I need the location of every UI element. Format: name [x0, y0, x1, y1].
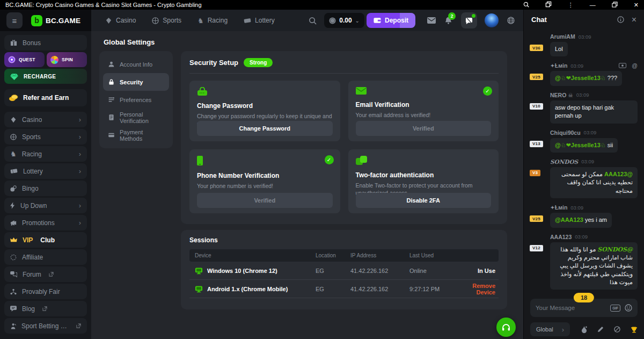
window-title: BC.GAME: Crypto Casino Games & Casino Sl…	[5, 2, 202, 8]
chat-timestamp: 03:09	[576, 92, 589, 98]
chevron-right-icon	[79, 167, 81, 175]
sidebar-item-sports[interactable]: Sports	[4, 129, 87, 145]
chat-bubble: @SONDOS مو انا والله هذا شاب اماراتي محت…	[550, 242, 638, 290]
user-avatar[interactable]	[485, 13, 499, 27]
external-link-icon	[76, 323, 81, 328]
hamburger-menu-icon[interactable]	[6, 12, 23, 28]
rain-drop-icon[interactable]	[581, 326, 587, 333]
close-button[interactable]: ✕	[634, 2, 639, 8]
change-password-button[interactable]: Change Password	[197, 121, 333, 136]
email-verification-card: Email Verification Your email address is…	[348, 81, 499, 141]
remove-device-link[interactable]: Remove Device	[466, 283, 499, 295]
deposit-button[interactable]: Deposit	[367, 13, 415, 28]
chat-timestamp: 03:09	[575, 234, 588, 240]
disable-2fa-button[interactable]: Disable 2FA	[356, 193, 492, 208]
tab-security[interactable]: Security	[103, 73, 169, 91]
headphones-icon	[502, 323, 510, 331]
chat-message: V13 Chiqui90cu03:09 @♘❤Jesselle13♘ sii	[530, 129, 638, 153]
recharge-button[interactable]: RECHARGE	[4, 69, 87, 84]
coin-flip-icon[interactable]	[614, 326, 620, 333]
external-link-icon	[49, 272, 54, 277]
sidebar-item-forum[interactable]: Forum	[4, 266, 87, 282]
emoji-icon[interactable]	[625, 304, 632, 312]
card-title: Email Verification	[356, 101, 492, 109]
wallet-icon	[374, 17, 381, 24]
nav-lottery[interactable]: Lottery	[244, 17, 275, 24]
session-location: EG	[316, 286, 350, 292]
info-icon[interactable]	[617, 16, 624, 23]
sidebar-item-casino[interactable]: Casino	[4, 112, 87, 127]
trophy-icon[interactable]	[631, 326, 638, 333]
chat-bubble: @♘❤Jesselle13♘ sii	[550, 138, 618, 153]
settings-nav: Account Info Security Preferences Person…	[99, 51, 173, 148]
sidebar-item-vip-club[interactable]: VIPClub	[4, 232, 87, 248]
session-last-used: 9:27:12 PM	[409, 286, 466, 292]
chat-username[interactable]: SONDOS	[550, 158, 578, 165]
gift-icon	[10, 39, 17, 46]
quest-button[interactable]: QUEST	[4, 52, 45, 67]
sidebar-item-sport-betting-insights[interactable]: Sport Betting Insig...	[4, 318, 87, 334]
sidebar-item-bingo[interactable]: Bingo	[4, 181, 87, 196]
titlebar-search-icon[interactable]	[523, 2, 529, 9]
chat-username[interactable]: ✦Ƚмin	[550, 62, 567, 69]
restore-button[interactable]	[612, 2, 618, 9]
balance-selector[interactable]: 0.00	[324, 13, 364, 28]
megaphone-icon	[10, 220, 17, 226]
nav-racing[interactable]: ♞ Racing	[197, 17, 228, 25]
sidebar-item-affiliate[interactable]: Affiliate	[4, 249, 87, 265]
tab-payment-methods[interactable]: Payment Methods	[103, 126, 169, 144]
tab-preferences[interactable]: Preferences	[103, 91, 169, 109]
sidebar-item-lottery[interactable]: Lottery	[4, 163, 87, 179]
sidebar-item-updown[interactable]: Up Down	[4, 198, 87, 213]
tab-account-info[interactable]: Account Info	[103, 55, 169, 73]
titlebar-tab-icon[interactable]	[545, 1, 552, 9]
gif-icon[interactable]: GIF	[610, 305, 620, 312]
sidebar-item-promotions[interactable]: Promotions	[4, 215, 87, 230]
bcgame-logo[interactable]: BC.GAME	[31, 15, 80, 26]
support-fab[interactable]	[496, 318, 516, 337]
sidebar-item-racing[interactable]: ♞ Racing	[4, 146, 87, 162]
pencil-icon[interactable]	[597, 326, 604, 333]
phone-verified-button[interactable]: Verified	[197, 193, 333, 208]
chevron-down-icon	[355, 18, 360, 24]
spin-button[interactable]: SPIN	[47, 52, 87, 67]
tip-banknote-icon[interactable]	[619, 63, 626, 68]
card-description: Your phone number is verified!	[197, 182, 333, 190]
search-icon[interactable]	[309, 17, 317, 25]
minimize-button[interactable]: —	[590, 2, 596, 8]
card-description: Your email address is verified!	[356, 111, 492, 119]
chat-panel: Chat V36 ArumiAM03:09 Lol V25 ✦Ƚмin03:09	[523, 10, 644, 339]
sport-insights-icon	[10, 323, 16, 329]
sidebar-item-blog[interactable]: Blog	[4, 301, 87, 316]
chat-message-input[interactable]	[536, 305, 606, 311]
sidebar-item-bonus[interactable]: Bonus	[4, 35, 87, 51]
chat-bubble: asw depo tiap hari gak pernah up	[550, 100, 638, 124]
chat-username[interactable]: ArumiAM	[550, 33, 575, 40]
unread-count-badge[interactable]: 18	[574, 293, 594, 302]
chat-message-list[interactable]: V36 ArumiAM03:09 Lol V25 ✦Ƚмin03:09 @	[524, 30, 644, 294]
sidebar: Bonus QUEST SPIN RECHARGE Refer and Earn	[0, 31, 91, 339]
tab-personal-verification[interactable]: Personal Verification	[103, 109, 169, 126]
close-chat-icon[interactable]	[632, 16, 636, 24]
sidebar-item-provably-fair[interactable]: Provably Fair	[4, 284, 87, 299]
globe-icon[interactable]	[507, 17, 515, 24]
chat-username[interactable]: Chiqui90cu	[550, 129, 581, 136]
chat-toggle-button[interactable]	[461, 12, 477, 28]
browser-titlebar: BC.GAME: Crypto Casino Games & Casino Sl…	[0, 0, 644, 10]
device-name: Android 1.x (Chrome Mobile)	[207, 286, 288, 292]
nav-casino[interactable]: Casino	[105, 17, 136, 24]
bell-icon[interactable]: 2	[445, 17, 452, 24]
security-setup-panel: Security Setup Strong Change Password Ch…	[181, 51, 507, 224]
mention-icon[interactable]: @	[632, 62, 638, 69]
nav-sports[interactable]: Sports	[152, 17, 181, 24]
email-verified-button[interactable]: Verified	[356, 121, 492, 136]
refer-and-earn-button[interactable]: Refer and Earn	[4, 89, 87, 106]
chat-username[interactable]: NERO ☠	[550, 92, 573, 98]
chat-username[interactable]: ✦Ƚмin	[550, 204, 567, 211]
chat-channel-selector[interactable]: Global	[530, 322, 570, 336]
blog-icon	[10, 306, 17, 312]
mail-icon[interactable]	[427, 17, 436, 24]
titlebar-menu-icon[interactable]: ⋮	[568, 2, 574, 8]
card-title: Change Password	[197, 102, 333, 110]
chat-username[interactable]: AAA123	[550, 234, 572, 240]
